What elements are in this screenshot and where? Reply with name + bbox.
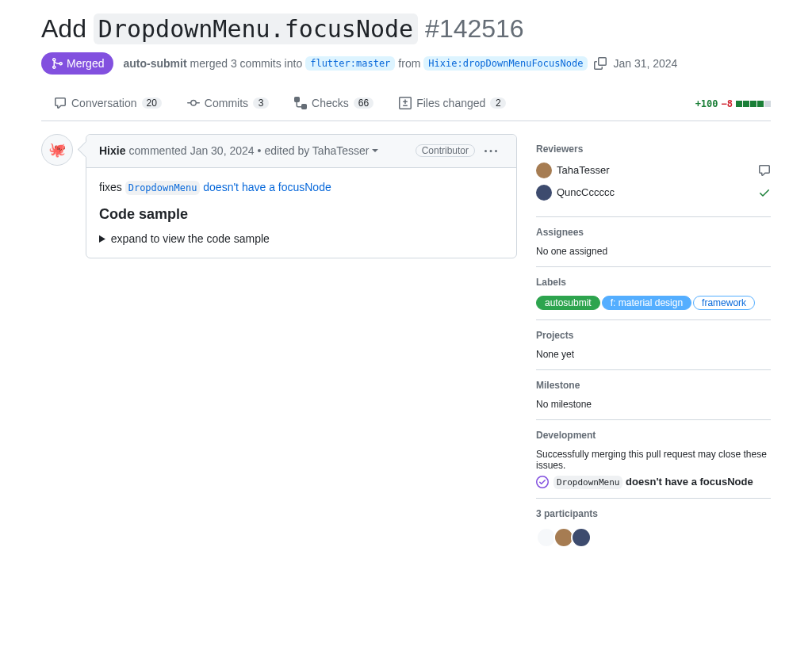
issue-link[interactable]: DropdownMenu doesn't have a focusNode bbox=[125, 181, 331, 193]
projects-text: None yet bbox=[536, 349, 771, 360]
tab-count: 3 bbox=[253, 98, 269, 109]
body-prefix: fixes bbox=[99, 181, 125, 193]
development-text: Successfully merging this pull request m… bbox=[536, 449, 771, 471]
tab-count: 66 bbox=[354, 98, 373, 109]
tab-label: Commits bbox=[205, 97, 248, 109]
avatar bbox=[536, 163, 552, 178]
tab-conversation[interactable]: Conversation 20 bbox=[41, 87, 174, 121]
merge-author[interactable]: auto-submit bbox=[123, 57, 186, 70]
checklist-icon bbox=[294, 97, 307, 109]
labels-heading: Labels bbox=[536, 277, 771, 288]
reviewers-heading: Reviewers bbox=[536, 143, 771, 155]
comment-action: commented bbox=[128, 144, 186, 157]
avatar[interactable]: 🐙 bbox=[41, 134, 73, 166]
label-pill[interactable]: autosubmit bbox=[536, 296, 600, 310]
approved-icon bbox=[758, 186, 771, 199]
tab-count: 20 bbox=[142, 98, 162, 109]
diff-stats: +100 −8 bbox=[695, 98, 771, 109]
tab-commits[interactable]: Commits 3 bbox=[174, 87, 282, 121]
head-branch[interactable]: Hixie:dropDownMenuFocusNode bbox=[423, 56, 588, 71]
title-prefix: Add bbox=[41, 14, 94, 43]
merge-icon bbox=[51, 57, 63, 70]
comment-icon bbox=[54, 97, 67, 109]
reviewer-name: QuncCccccc bbox=[557, 186, 615, 198]
pr-meta: Merged auto-submit merged 3 commits into… bbox=[41, 52, 771, 75]
details-summary[interactable]: expand to view the code sample bbox=[99, 232, 504, 245]
commit-icon bbox=[187, 97, 200, 109]
avatar bbox=[536, 185, 552, 201]
reviewer-row[interactable]: TahaTesser bbox=[536, 163, 771, 178]
labels-container: autosubmitf: material designframework bbox=[536, 296, 771, 310]
state-label: Merged bbox=[67, 57, 104, 70]
sidebar-participants: 3 participants bbox=[536, 499, 771, 557]
title-code: DropdownMenu.focusNode bbox=[94, 13, 418, 44]
comment-date[interactable]: Jan 30, 2024 bbox=[190, 144, 255, 157]
participants-row bbox=[536, 527, 771, 548]
sidebar-reviewers: Reviewers TahaTesser QuncCccccc bbox=[536, 134, 771, 217]
tab-checks[interactable]: Checks 66 bbox=[282, 87, 386, 121]
issue-closed-icon bbox=[536, 476, 549, 488]
comment-edited[interactable]: • edited by TahaTesser bbox=[258, 144, 370, 157]
tab-label: Conversation bbox=[71, 97, 137, 109]
issue-link-suffix: doesn't have a focusNode bbox=[200, 181, 331, 193]
avatar[interactable] bbox=[571, 527, 592, 548]
pr-number: #142516 bbox=[425, 14, 524, 43]
sidebar-projects: Projects None yet bbox=[536, 320, 771, 370]
sidebar-labels: Labels autosubmitf: material designframe… bbox=[536, 267, 771, 320]
issue-link-code: DropdownMenu bbox=[125, 181, 201, 195]
tab-label: Files changed bbox=[416, 97, 485, 109]
comment-body: fixes DropdownMenu doesn't have a focusN… bbox=[86, 168, 516, 258]
review-comment-icon bbox=[758, 163, 771, 177]
comment-header: Hixie commented Jan 30, 2024 • edited by… bbox=[86, 135, 516, 168]
tab-count: 2 bbox=[490, 98, 506, 109]
assignees-heading: Assignees bbox=[536, 227, 771, 238]
reviewer-name: TahaTesser bbox=[557, 164, 609, 176]
diff-deletions: −8 bbox=[722, 98, 733, 109]
label-pill[interactable]: f: material design bbox=[602, 296, 691, 310]
sidebar-assignees: Assignees No one assigned bbox=[536, 217, 771, 267]
file-diff-icon bbox=[399, 97, 412, 109]
caret-down-icon[interactable] bbox=[372, 147, 378, 154]
label-pill[interactable]: framework bbox=[693, 296, 755, 310]
pr-title: Add DropdownMenu.focusNode #142516 bbox=[41, 13, 771, 46]
sidebar-milestone: Milestone No milestone bbox=[536, 370, 771, 420]
from-text: from bbox=[398, 57, 420, 70]
copy-icon[interactable] bbox=[591, 56, 610, 70]
kebab-icon[interactable] bbox=[478, 141, 504, 161]
assignees-text: No one assigned bbox=[536, 246, 771, 257]
diff-additions: +100 bbox=[695, 98, 718, 109]
tabnav: Conversation 20 Commits 3 Checks 66 File… bbox=[41, 87, 771, 121]
contributor-badge: Contributor bbox=[416, 144, 475, 157]
linked-issue[interactable]: DropdownMenu doesn't have a focusNode bbox=[536, 476, 771, 488]
timeline-comment: 🐙 Hixie commented Jan 30, 2024 • edited … bbox=[41, 134, 517, 258]
reviewer-row[interactable]: QuncCccccc bbox=[536, 185, 771, 201]
participants-heading: 3 participants bbox=[536, 508, 771, 519]
projects-heading: Projects bbox=[536, 330, 771, 341]
milestone-text: No milestone bbox=[536, 399, 771, 410]
sidebar-development: Development Successfully merging this pu… bbox=[536, 420, 771, 499]
merge-action: merged 3 commits into bbox=[190, 57, 303, 70]
tab-files[interactable]: Files changed 2 bbox=[386, 87, 519, 121]
merge-date: Jan 31, 2024 bbox=[613, 57, 677, 70]
issue-code: DropdownMenu bbox=[553, 476, 622, 489]
comment-author[interactable]: Hixie bbox=[99, 144, 125, 157]
code-sample-details[interactable]: expand to view the code sample bbox=[99, 232, 504, 245]
state-badge: Merged bbox=[41, 52, 113, 75]
diff-bar bbox=[736, 101, 771, 107]
code-sample-heading: Code sample bbox=[99, 206, 504, 223]
milestone-heading: Milestone bbox=[536, 380, 771, 391]
base-branch[interactable]: flutter:master bbox=[305, 56, 395, 71]
issue-suffix: doesn't have a focusNode bbox=[622, 476, 753, 488]
tab-label: Checks bbox=[312, 97, 349, 109]
development-heading: Development bbox=[536, 430, 771, 441]
